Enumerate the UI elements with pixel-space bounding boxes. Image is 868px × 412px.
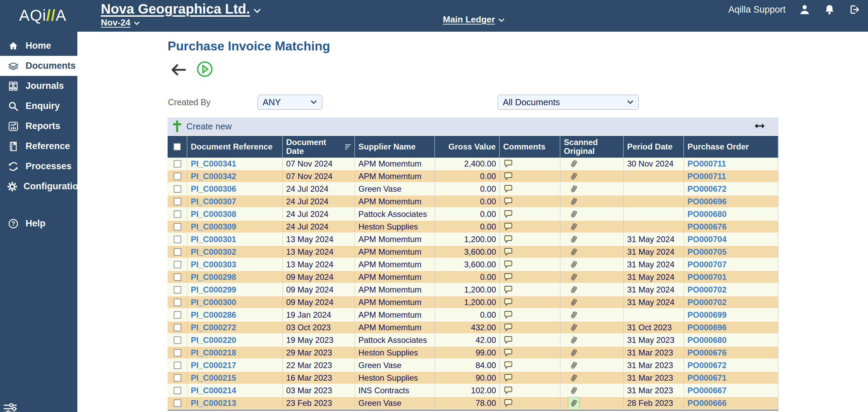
comment-icon[interactable]	[503, 247, 513, 257]
document-reference-link[interactable]: PI_C000299	[191, 285, 236, 295]
bell-icon[interactable]	[824, 3, 835, 16]
document-reference-link[interactable]: PI_C000286	[191, 310, 236, 320]
row-checkbox[interactable]	[174, 160, 181, 168]
row-checkbox[interactable]	[174, 387, 181, 394]
document-filter-select[interactable]: All Documents	[498, 95, 639, 110]
column-header-gross-value[interactable]: Gross Value	[435, 136, 500, 158]
attachment-wrap[interactable]	[568, 397, 579, 409]
attachment-wrap[interactable]	[568, 221, 579, 233]
purchase-order-link[interactable]: PO000676	[687, 222, 727, 232]
company-selector[interactable]: Nova Geographica Ltd.	[101, 1, 261, 17]
comment-icon[interactable]	[503, 272, 513, 282]
document-reference-link[interactable]: PI_C000298	[191, 272, 236, 282]
purchase-order-link[interactable]: PO000676	[687, 348, 727, 358]
row-checkbox[interactable]	[174, 349, 181, 356]
comment-icon[interactable]	[503, 348, 513, 358]
comment-icon[interactable]	[503, 335, 513, 345]
attachment-wrap[interactable]	[568, 359, 579, 371]
attachment-wrap[interactable]	[568, 195, 579, 207]
purchase-order-link[interactable]: PO000667	[687, 386, 727, 395]
attachment-wrap[interactable]	[568, 258, 579, 270]
comment-icon[interactable]	[503, 285, 513, 295]
user-icon[interactable]	[799, 3, 811, 16]
document-reference-link[interactable]: PI_C000214	[191, 386, 236, 395]
attachment-wrap[interactable]	[568, 170, 579, 182]
company-name[interactable]: Nova Geographica Ltd.	[101, 1, 250, 17]
document-reference-link[interactable]: PI_C000341	[191, 159, 236, 169]
column-header-scanned-original[interactable]: Scanned Original	[560, 136, 624, 158]
attachment-wrap[interactable]	[568, 334, 579, 346]
attachment-wrap[interactable]	[568, 246, 579, 258]
ledger-label[interactable]: Main Ledger	[443, 14, 495, 25]
attachment-wrap[interactable]	[568, 208, 579, 220]
comment-icon[interactable]	[503, 172, 513, 181]
row-checkbox[interactable]	[174, 273, 181, 281]
sliders-icon[interactable]	[3, 402, 18, 412]
sidebar-item-enquiry[interactable]: Enquiry	[0, 96, 77, 116]
purchase-order-link[interactable]: PO000707	[687, 260, 727, 269]
purchase-order-link[interactable]: PO000671	[687, 373, 727, 383]
select-all-checkbox[interactable]	[173, 143, 181, 150]
attachment-wrap[interactable]	[568, 158, 579, 170]
document-reference-link[interactable]: PI_C000220	[191, 335, 236, 345]
purchase-order-link[interactable]: PO000699	[687, 310, 727, 320]
sidebar-item-journals[interactable]: Journals	[0, 76, 77, 96]
run-button[interactable]	[197, 61, 213, 77]
row-checkbox[interactable]	[174, 362, 181, 369]
sidebar-item-reports[interactable]: Reports	[0, 116, 77, 136]
row-checkbox[interactable]	[174, 210, 181, 218]
document-reference-link[interactable]: PI_C000306	[191, 184, 236, 194]
sidebar-item-configuration[interactable]: Configuration	[0, 176, 77, 196]
created-by-select[interactable]: ANY	[258, 95, 322, 110]
comment-icon[interactable]	[503, 222, 513, 232]
purchase-order-link[interactable]: PO000672	[687, 184, 727, 194]
row-checkbox[interactable]	[174, 286, 181, 294]
comment-icon[interactable]	[503, 298, 513, 307]
purchase-order-link[interactable]: PO000701	[687, 272, 727, 282]
resize-columns-icon[interactable]	[754, 121, 765, 131]
comment-icon[interactable]	[503, 386, 513, 395]
purchase-order-link[interactable]: PO000696	[687, 323, 727, 332]
document-reference-link[interactable]: PI_C000308	[191, 209, 236, 219]
logout-icon[interactable]	[848, 4, 861, 15]
sidebar-item-reference[interactable]: Reference	[0, 136, 77, 156]
row-checkbox[interactable]	[174, 324, 181, 331]
row-checkbox[interactable]	[174, 198, 181, 205]
row-checkbox[interactable]	[174, 336, 181, 344]
comment-icon[interactable]	[503, 235, 513, 244]
purchase-order-link[interactable]: PO000711	[687, 159, 726, 169]
purchase-order-link[interactable]: PO000702	[687, 298, 727, 307]
document-reference-link[interactable]: PI_C000307	[191, 197, 236, 206]
row-checkbox[interactable]	[174, 374, 181, 382]
document-reference-link[interactable]: PI_C000218	[191, 348, 236, 358]
period-label[interactable]: Nov-24	[101, 17, 130, 28]
row-checkbox[interactable]	[174, 248, 181, 256]
purchase-order-link[interactable]: PO000666	[687, 398, 727, 408]
document-reference-link[interactable]: PI_C000303	[191, 260, 236, 269]
column-header-document-reference[interactable]: Document Reference	[187, 136, 283, 158]
attachment-wrap[interactable]	[568, 309, 579, 321]
purchase-order-link[interactable]: PO000702	[687, 285, 727, 295]
document-reference-link[interactable]: PI_C000309	[191, 222, 236, 232]
user-name[interactable]: Aqilla Support	[728, 4, 786, 15]
sidebar-item-documents[interactable]: Documents	[0, 56, 77, 76]
comment-icon[interactable]	[503, 209, 513, 219]
column-header-supplier-name[interactable]: Supplier Name	[355, 136, 435, 158]
column-header-purchase-order[interactable]: Purchase Order	[684, 136, 778, 158]
row-checkbox[interactable]	[174, 223, 181, 231]
comment-icon[interactable]	[503, 373, 513, 383]
document-reference-link[interactable]: PI_C000217	[191, 361, 236, 370]
purchase-order-link[interactable]: PO000711	[687, 172, 726, 181]
attachment-wrap[interactable]	[568, 384, 579, 396]
column-header-document-date[interactable]: Document Date	[283, 136, 355, 158]
purchase-order-link[interactable]: PO000680	[687, 335, 727, 345]
purchase-order-link[interactable]: PO000680	[687, 209, 727, 219]
comment-icon[interactable]	[503, 310, 513, 320]
comment-icon[interactable]	[503, 159, 513, 169]
document-reference-link[interactable]: PI_C000215	[191, 373, 236, 383]
row-checkbox[interactable]	[174, 261, 181, 268]
comment-icon[interactable]	[503, 197, 513, 206]
comment-icon[interactable]	[503, 260, 513, 269]
sidebar-item-help[interactable]: ? Help	[0, 213, 77, 234]
purchase-order-link[interactable]: PO000704	[687, 235, 727, 244]
